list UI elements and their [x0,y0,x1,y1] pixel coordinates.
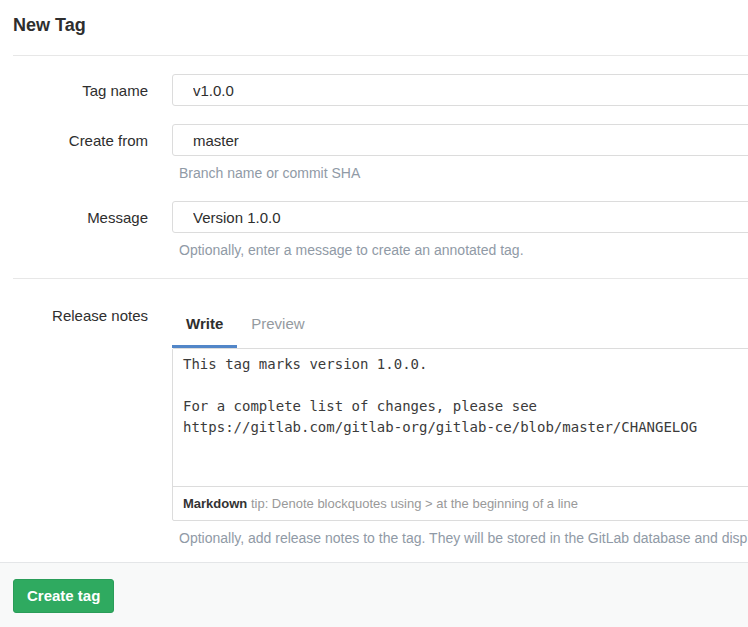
release-notes-hint: Optionally, add release notes to the tag… [179,529,748,548]
message-label: Message [13,201,148,228]
message-row: Message Optionally, enter a message to c… [13,201,748,260]
tab-write[interactable]: Write [172,301,237,348]
tag-name-row: Tag name [13,74,748,106]
markdown-area: This tag marks version 1.0.0. For a comp… [172,348,748,521]
create-from-field: Branch name or commit SHA [172,124,748,183]
tag-name-field [172,74,748,106]
markdown-tip-text: tip: Denote blockquotes using > at the b… [247,496,578,511]
release-notes-textarea[interactable]: This tag marks version 1.0.0. For a comp… [173,349,748,487]
message-hint: Optionally, enter a message to create an… [179,241,748,260]
new-tag-form: Tag name Create from Branch name or comm… [13,74,748,548]
tag-name-input[interactable] [172,74,748,106]
header-divider [13,55,748,56]
markdown-tip: Markdown tip: Denote blockquotes using >… [173,487,748,520]
form-actions-footer: Create tag [0,562,748,627]
tab-preview[interactable]: Preview [237,301,318,348]
create-from-row: Create from Branch name or commit SHA [13,124,748,183]
create-from-input[interactable] [172,124,748,156]
message-input[interactable] [172,201,748,233]
markdown-tip-bold: Markdown [183,496,247,511]
create-from-hint: Branch name or commit SHA [179,164,748,183]
release-notes-label: Release notes [13,301,148,326]
create-from-label: Create from [13,124,148,151]
create-tag-button[interactable]: Create tag [13,579,114,613]
message-field: Optionally, enter a message to create an… [172,201,748,260]
new-tag-page: New Tag Tag name Create from Branch name… [0,13,748,548]
release-notes-row: Release notes Write Preview This tag mar… [13,301,748,548]
page-title: New Tag [13,13,748,38]
section-divider [13,278,748,279]
tag-name-label: Tag name [13,74,148,101]
markdown-tabs: Write Preview [172,301,748,348]
release-notes-field: Write Preview This tag marks version 1.0… [172,301,748,548]
